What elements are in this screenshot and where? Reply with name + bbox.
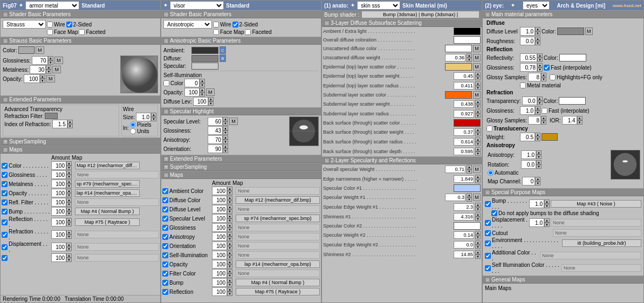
panel4-trans-input[interactable] [522, 97, 537, 105]
panel1-metal-m[interactable]: M [52, 66, 61, 73]
panel1-twosided-checkbox[interactable] [66, 22, 72, 27]
panel1-shader-type[interactable]: Strauss [3, 20, 46, 29]
panel1-strauss-collapse[interactable]: - [3, 38, 8, 44]
panel4-trans-color-swatch[interactable] [559, 97, 586, 105]
panel4-selfillum-none[interactable]: None [561, 264, 641, 272]
panel3-back-radius[interactable] [454, 138, 474, 146]
panel3-subderm-radius[interactable] [454, 110, 474, 118]
panel3-spec-weight1-m[interactable]: M [473, 194, 481, 201]
panel1-color-swatch[interactable] [18, 46, 35, 54]
panel3-edge-narrow[interactable] [454, 175, 474, 183]
panel4-roughness-input[interactable] [520, 37, 535, 45]
panel2-diffuse-b-btn[interactable]: B [220, 54, 226, 62]
panel4-auto-radio[interactable]: Automatic [488, 170, 518, 176]
panel1-strauss-header[interactable]: - Strauss Basic Parameters [1, 37, 160, 45]
panel2-map-selfillum-none[interactable]: None [236, 251, 320, 259]
panel4-bump-val-input[interactable] [529, 199, 544, 208]
panel2-faceted-checkbox[interactable] [245, 29, 251, 35]
panel4-general-maps-collapse[interactable]: - [485, 277, 490, 283]
panel2-pickmat-icon[interactable]: ✦ [163, 3, 168, 8]
panel1-opacity-input[interactable] [24, 74, 40, 83]
panel2-spec-header[interactable]: - Specular Highlight [161, 107, 321, 115]
panel1-gloss-m[interactable]: M [54, 57, 63, 64]
panel3-unscatt-weight-m[interactable]: M [473, 54, 481, 61]
panel1-extended-collapse[interactable]: - [3, 97, 8, 102]
panel1-map-refraction-none[interactable]: None [75, 231, 159, 238]
panel2-aniso-collapse[interactable]: - [163, 38, 169, 44]
panel3-scroll[interactable]: - 3-Layer Diffuse Subsurface Scattering … [322, 19, 482, 302]
panel4-special-maps-collapse[interactable]: - [485, 190, 490, 195]
panel2-ss-collapse[interactable]: + [163, 164, 169, 170]
panel2-map-diffcol-btn[interactable]: Map #12 (mecharmor_dif.bmp) [236, 196, 320, 204]
panel2-shader-basic-header[interactable]: - Shader Basic Parameters [161, 10, 321, 18]
panel2-maps-header[interactable]: - Maps [161, 171, 321, 179]
panel2-twosided-check[interactable]: 2-Sided [232, 22, 258, 27]
panel1-maps-collapse[interactable]: - [3, 147, 8, 153]
panel3-bump-shader-btn[interactable]: Bump (3dsmax) | Bump (3dsmax) | [361, 11, 479, 18]
panel2-facemap-check[interactable]: Face Map [213, 29, 244, 35]
panel1-facemap-checkbox[interactable] [47, 29, 53, 35]
panel1-gloss-spin[interactable]: ▲▼ [32, 56, 53, 65]
panel1-index-down[interactable]: ▼ [67, 124, 73, 128]
panel4-env-check[interactable]: Environment . . . . . . . . . . . . . . … [485, 237, 561, 249]
panel3-unscatt-m[interactable]: M [473, 45, 481, 52]
panel1-faceted-check[interactable]: Faceted [79, 29, 105, 35]
panel3-sss-header[interactable]: - 3-Layer Diffuse Subsurface Scattering [322, 19, 482, 27]
panel1-size-spin[interactable]: ▲▼ [136, 113, 156, 121]
panel2-map-orient-none[interactable]: None [236, 242, 320, 250]
panel1-size-input[interactable] [136, 113, 151, 121]
panel4-ior-input[interactable] [562, 116, 577, 125]
panel1-map-reflfilter-none[interactable]: None [75, 198, 159, 206]
panel3-subderm-m[interactable]: M [473, 91, 481, 99]
panel1-size-down[interactable]: ▼ [151, 117, 156, 121]
panel4-diff-color-m[interactable]: M [585, 27, 593, 35]
panel4-trans-gloss-input[interactable] [520, 106, 535, 115]
panel4-highlights-fg-check[interactable]: Highlights+FG only [550, 74, 602, 80]
panel4-disp-none[interactable]: None [551, 219, 641, 226]
panel3-back-depth[interactable] [454, 148, 474, 155]
panel3-spec-weight1[interactable] [445, 194, 465, 201]
panel2-map-ambient-none[interactable]: None [236, 187, 320, 195]
panel1-map-extra-none[interactable]: None [75, 254, 159, 261]
panel1-metal-up[interactable]: ▲ [46, 65, 51, 70]
panel2-map-filtercol-none[interactable]: None [236, 270, 320, 277]
panel2-shader-type[interactable]: Anisotropic [163, 20, 212, 29]
panel1-map-opacity-btn[interactable]: lap #14 (mecharmor_opa.bmp) [75, 189, 140, 197]
panel1-pixels-radio[interactable]: Pixels [130, 122, 152, 128]
panel3-epid-swatch[interactable] [445, 63, 472, 71]
panel4-bump-check[interactable]: Bump . . . . . . . . . . [485, 198, 528, 210]
panel3-spec-header[interactable]: - 2-Layer Specularity and Reflections [322, 156, 482, 164]
panel1-shader-basic-header[interactable]: - Shader Basic Parameters [1, 10, 160, 18]
panel4-mapchan-input[interactable] [522, 177, 535, 185]
panel4-main-header[interactable]: - Main material parameters [483, 10, 643, 18]
panel2-extended-header[interactable]: + Extended Parameters [161, 155, 321, 163]
panel1-metal-down[interactable]: ▼ [46, 70, 51, 74]
panel1-scroll[interactable]: - Shader Basic Parameters Strauss Wire 2… [1, 10, 160, 295]
panel4-refl-color-swatch[interactable] [559, 54, 586, 61]
panel3-subderm-swatch[interactable] [445, 91, 472, 99]
panel4-trans-fast-check[interactable]: Fast (interpolate) [542, 108, 590, 114]
panel3-ambient-swatch[interactable] [454, 27, 481, 35]
panel1-opacity-down[interactable]: ▼ [40, 79, 45, 83]
panel2-opacity-m[interactable]: M [206, 88, 215, 96]
panel3-subderm-weight[interactable] [454, 100, 474, 108]
panel1-shader-basic-collapse[interactable]: - [3, 12, 8, 17]
panel3-shininess2[interactable] [454, 251, 474, 258]
panel2-aniso-header[interactable]: - Anisotropic Basic Parameters [161, 37, 321, 45]
panel3-spec-edge2[interactable] [454, 241, 474, 249]
panel4-scroll[interactable]: - Main material parameters Diffuse Diffu… [483, 10, 643, 302]
panel4-bump-map-btn[interactable]: Map #43 ( Noise ) [551, 200, 641, 208]
panel3-epid-weight[interactable] [454, 72, 474, 80]
panel4-cutout-none[interactable]: None [553, 229, 641, 237]
panel2-speclevel-m[interactable]: M [229, 118, 238, 125]
panel3-spec-col2-swatch[interactable] [454, 222, 481, 230]
panel1-maps-header[interactable]: - Maps [1, 146, 160, 154]
panel3-epid-m[interactable]: M [473, 63, 481, 71]
panel4-weight-input[interactable] [520, 133, 535, 141]
panel4-refl-gloss-input[interactable] [520, 63, 537, 72]
panel2-twosided-checkbox[interactable] [232, 22, 238, 27]
panel2-diffuse-swatch[interactable] [191, 55, 218, 62]
panel4-diff-color-swatch[interactable] [557, 27, 584, 35]
panel1-map-reflection-btn[interactable]: Map #75 ( Raytrace ) [75, 218, 140, 226]
panel2-map-opacity2-btn[interactable]: lap #14 (mecharmor_opa.bmp) [236, 260, 320, 268]
